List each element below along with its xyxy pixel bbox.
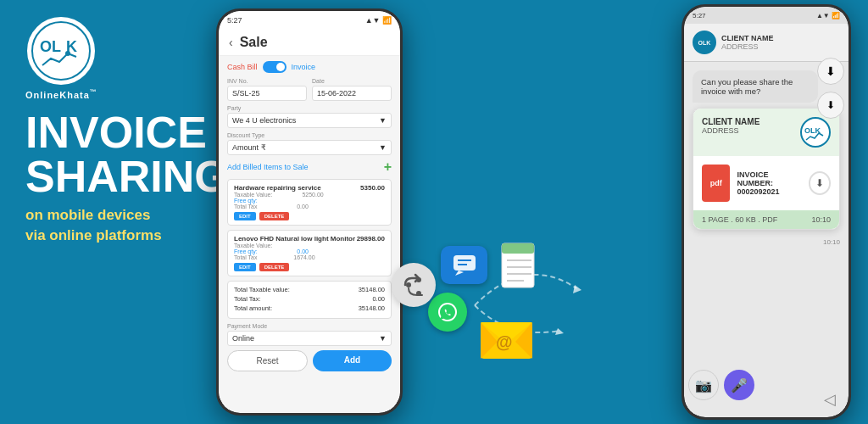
add-items-label[interactable]: Add Billed Items to Sale — [227, 163, 309, 171]
taxable-total-value: 35148.00 — [359, 286, 385, 293]
payment-select[interactable]: Online ▼ — [227, 331, 392, 346]
discount-select[interactable]: Amount ₹ ▼ — [227, 140, 392, 155]
status-time: 5:27 — [227, 16, 242, 25]
item-2-edit-btn[interactable]: EDIT — [234, 263, 256, 271]
decorative-icons-area: @ — [424, 237, 576, 390]
item-1-actions: EDIT DELETE — [234, 212, 385, 220]
download-button[interactable]: ⬇ — [809, 171, 831, 195]
svg-text:OL: OL — [40, 38, 61, 55]
right-action-btn-1[interactable]: ⬇ — [817, 58, 844, 85]
tab-invoice[interactable]: Invoice — [292, 63, 316, 71]
payment-dropdown-arrow: ▼ — [379, 334, 387, 343]
item-card-1: Hardware repairing service 5350.00 Taxab… — [227, 179, 392, 226]
nav-back-indicator[interactable]: ◁ — [824, 390, 836, 409]
tax-total-label: Total Tax: — [234, 295, 261, 303]
payment-value: Online — [232, 334, 254, 343]
reset-button[interactable]: Reset — [227, 350, 308, 371]
logo-svg: OL K — [36, 28, 86, 75]
taxable-total-label: Total Taxable value: — [234, 286, 290, 293]
svg-rect-18 — [502, 243, 534, 254]
svg-point-2 — [65, 51, 70, 56]
share-button[interactable] — [392, 263, 436, 307]
totals-card: Total Taxable value: 35148.00 Total Tax:… — [227, 281, 392, 319]
add-items-row: Add Billed Items to Sale + — [227, 159, 392, 175]
client-info-block: CLIENT NAME ADDRESS — [702, 117, 760, 135]
email-envelope: @ — [479, 314, 534, 360]
tax-total-row: Total Tax: 0.00 — [234, 295, 385, 303]
svg-text:@: @ — [496, 332, 513, 351]
item-card-2: Lenovo FHD Natural low light Monitor 298… — [227, 230, 392, 276]
item-2-name: Lenovo FHD Natural low light Monitor 298… — [234, 235, 385, 243]
client-name-text: CLIENT NAME — [702, 117, 760, 126]
right-status-icons: ▲▼ 📶 — [816, 12, 840, 20]
phone-right: 5:27 ▲▼ 📶 OLK CLIENT NAMEADDRESS Can you… — [682, 4, 851, 420]
phone-left-screen: 5:27 ▲▼ 📶 ‹ Sale Cash Bill Invoice INV N… — [219, 11, 400, 413]
svg-point-5 — [416, 291, 421, 296]
chat-question-bubble: Can you please share the invoice with me… — [693, 70, 818, 103]
phone-left: 5:27 ▲▼ 📶 ‹ Sale Cash Bill Invoice INV N… — [216, 8, 403, 416]
discount-dropdown-arrow: ▼ — [379, 143, 387, 152]
chat-svg — [452, 254, 477, 277]
camera-button[interactable]: 📷 — [688, 370, 719, 400]
bottom-buttons: Reset Add — [227, 350, 392, 371]
chat-contact-name: CLIENT NAMEADDRESS — [721, 34, 774, 51]
tab-toggle-row: Cash Bill Invoice — [227, 61, 392, 73]
payment-label: Payment Mode — [227, 323, 392, 329]
tab-cash-bill[interactable]: Cash Bill — [227, 63, 258, 71]
party-value: We 4 U electronics — [232, 116, 296, 125]
date-field: Date 15-06-2022 — [312, 78, 392, 101]
svg-rect-8 — [453, 255, 476, 271]
add-button[interactable]: Add — [313, 350, 392, 371]
item-1-free: Free qty: — [234, 198, 385, 204]
chat-time: 10:10 — [684, 234, 849, 250]
statusbar-right: 5:27 ▲▼ 📶 — [684, 7, 849, 24]
invoice-card-body: pdf INVOICE NUMBER: 0002092021 ⬇ — [693, 156, 839, 210]
mic-button[interactable]: 🎤 — [724, 370, 754, 400]
inv-no-input[interactable]: S/SL-25 — [227, 86, 307, 101]
status-icons: ▲▼ 📶 — [365, 16, 392, 25]
item-2-delete-btn[interactable]: DELETE — [259, 263, 290, 271]
item-2-name-text: Lenovo FHD Natural low light Monitor — [234, 235, 355, 243]
phone-left-header: ‹ Sale — [219, 30, 400, 56]
invoice-number-value: 0002092021 — [737, 187, 801, 196]
svg-point-3 — [416, 277, 421, 282]
add-item-plus-btn[interactable]: + — [384, 159, 392, 175]
chat-bubble-icon — [441, 246, 487, 284]
chat-header: OLK CLIENT NAMEADDRESS — [684, 24, 849, 62]
party-label: Party — [227, 105, 392, 111]
invoice-card-logo: OLK — [800, 117, 831, 148]
item-1-delete-btn[interactable]: DELETE — [259, 212, 290, 220]
invoice-number-block: INVOICE NUMBER: 0002092021 — [737, 170, 801, 196]
headline-line1: INVOICE — [25, 110, 229, 154]
dropdown-arrow: ▼ — [379, 116, 387, 125]
date-input[interactable]: 15-06-2022 — [312, 86, 392, 101]
invoice-footer-pages: 1 PAGE . 60 KB . PDF — [702, 215, 777, 224]
item-1-name: Hardware repairing service 5350.00 — [234, 184, 385, 192]
item-1-tax: Total Tax 0.00 — [234, 204, 385, 209]
whatsapp-icon — [428, 293, 467, 332]
item-2-free: Free qty: 0.00 — [234, 248, 385, 254]
form-inv-date-row: INV No. S/SL-25 Date 15-06-2022 — [227, 78, 392, 101]
headline-sub: on mobile devices via online platforms — [25, 205, 229, 246]
statusbar-left: 5:27 ▲▼ 📶 — [219, 11, 400, 30]
share-icon — [400, 271, 427, 298]
svg-point-4 — [406, 282, 411, 287]
right-action-btn-2[interactable]: ⬇ — [817, 92, 844, 119]
envelope-svg: @ — [479, 314, 534, 360]
toggle-switch[interactable] — [263, 61, 287, 73]
tax-total-value: 0.00 — [372, 295, 385, 303]
back-arrow-icon[interactable]: ‹ — [229, 36, 233, 49]
invoice-card-footer: 1 PAGE . 60 KB . PDF 10:10 — [693, 210, 839, 229]
amount-total-label: Total amount: — [234, 304, 272, 312]
item-2-taxable: Taxable Value: — [234, 243, 385, 248]
whatsapp-svg — [437, 301, 459, 323]
logo-area: OL K OnlineKhata™ — [25, 17, 97, 100]
discount-value: Amount ₹ — [232, 143, 266, 152]
chat-input-area: 📷 🎤 — [688, 370, 844, 400]
chat-question-text: Can you please share the invoice with me… — [701, 77, 793, 96]
invoice-preview-card: CLIENT NAME ADDRESS OLK pdf INVOICE NUMB… — [693, 108, 840, 230]
party-select[interactable]: We 4 U electronics ▼ — [227, 113, 392, 128]
brand-name-text: OnlineKhata — [25, 90, 90, 100]
item-1-edit-btn[interactable]: EDIT — [234, 212, 256, 220]
item-2-actions: EDIT DELETE — [234, 263, 385, 271]
